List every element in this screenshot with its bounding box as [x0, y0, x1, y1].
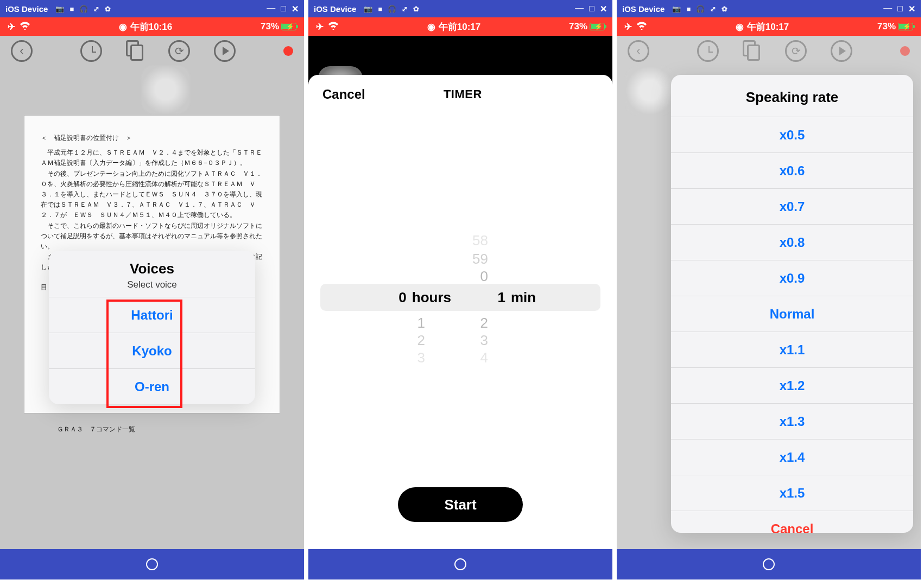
battery-icon: ⚡: [590, 23, 605, 30]
voices-subtitle: Select voice: [49, 279, 255, 290]
titlebar-tool-icons: 📷 ■ 🎧 ⤢ ✿: [55, 5, 111, 13]
device-1: iOS Device 📷 ■ 🎧 ⤢ ✿ — □ ✕ ✈ ◉ 午前10:16 7…: [0, 0, 304, 579]
record-button[interactable]: [900, 46, 910, 56]
pages-button[interactable]: [743, 40, 761, 62]
voices-action-sheet: Voices Select voice Hattori Kyoko O-ren: [49, 251, 255, 404]
window-titlebar: iOS Device 📷 ■ 🎧 ⤢ ✿ — □ ✕: [617, 0, 921, 17]
airplane-icon: ✈: [8, 21, 15, 33]
picker-selected-row: 0 hours 1 min: [320, 284, 600, 311]
expand-icon[interactable]: ⤢: [93, 5, 99, 13]
camera-icon[interactable]: 📷: [55, 5, 64, 13]
window-title: iOS Device: [314, 4, 356, 14]
close-button[interactable]: ✕: [292, 4, 299, 14]
voice-option-hattori[interactable]: Hattori: [49, 297, 255, 333]
status-time: 午前10:17: [439, 21, 480, 33]
ios-status-bar: ✈ ◉ 午前10:16 73% ⚡: [0, 17, 304, 36]
maximize-button[interactable]: □: [281, 4, 286, 14]
rate-option-x06[interactable]: x0.6: [671, 152, 913, 188]
close-button[interactable]: ✕: [908, 4, 915, 14]
gear-icon[interactable]: ✿: [413, 5, 419, 13]
rate-option-x07[interactable]: x0.7: [671, 188, 913, 224]
camera-icon[interactable]: 📷: [672, 5, 681, 13]
hours-value: 0: [385, 289, 407, 306]
battery-icon: ⚡: [898, 23, 913, 30]
rate-option-x11[interactable]: x1.1: [671, 332, 913, 367]
recording-indicator-icon: ◉: [736, 21, 744, 33]
rate-option-x12[interactable]: x1.2: [671, 367, 913, 403]
airplane-icon: ✈: [316, 21, 324, 33]
time-picker[interactable]: 58 59 0 0 hours 1 min 12 23 34: [308, 107, 612, 487]
camera-icon[interactable]: 📷: [364, 5, 372, 13]
home-button[interactable]: [146, 558, 158, 570]
window-title: iOS Device: [622, 4, 664, 14]
speaking-rate-sheet: Speaking rate x0.5 x0.6 x0.7 x0.8 x0.9 N…: [671, 75, 913, 533]
battery-icon: ⚡: [281, 23, 296, 30]
start-button[interactable]: Start: [398, 487, 523, 522]
headphones-icon[interactable]: 🎧: [388, 5, 396, 13]
app-toolbar: ‹ ⟳: [617, 36, 921, 66]
recording-indicator-icon: ◉: [427, 21, 435, 33]
voice-option-kyoko[interactable]: Kyoko: [49, 333, 255, 368]
voices-title: Voices: [49, 260, 255, 277]
wifi-icon: [328, 21, 339, 33]
history-button[interactable]: [697, 40, 719, 62]
voice-option-oren[interactable]: O-ren: [49, 368, 255, 404]
home-button[interactable]: [454, 558, 466, 570]
android-nav-bar: [617, 549, 921, 579]
close-button[interactable]: ✕: [600, 4, 607, 14]
maximize-button[interactable]: □: [897, 4, 903, 14]
rate-option-x08[interactable]: x0.8: [671, 224, 913, 260]
video-icon[interactable]: ■: [686, 5, 691, 13]
rate-option-x13[interactable]: x1.3: [671, 403, 913, 439]
rate-option-x14[interactable]: x1.4: [671, 439, 913, 475]
window-titlebar: iOS Device 📷 ■ 🎧 ⤢ ✿ — □ ✕: [0, 0, 304, 17]
expand-icon[interactable]: ⤢: [402, 5, 408, 13]
min-value: 1: [484, 289, 505, 306]
headphones-icon[interactable]: 🎧: [79, 5, 88, 13]
recording-indicator-icon: ◉: [119, 21, 127, 33]
android-nav-bar: [0, 549, 304, 579]
timer-title: TIMER: [327, 87, 598, 101]
rate-option-x15[interactable]: x1.5: [671, 475, 913, 511]
rate-option-x09[interactable]: x0.9: [671, 260, 913, 296]
min-label: min: [511, 289, 536, 306]
video-icon[interactable]: ■: [378, 5, 382, 13]
rate-option-normal[interactable]: Normal: [671, 296, 913, 332]
headphones-icon[interactable]: 🎧: [696, 5, 705, 13]
battery-percent: 73%: [569, 21, 587, 32]
hours-label: hours: [412, 289, 451, 306]
rate-cancel-button[interactable]: Cancel: [671, 511, 913, 533]
video-icon[interactable]: ■: [69, 5, 74, 13]
airplane-icon: ✈: [624, 21, 632, 33]
battery-percent: 73%: [261, 21, 279, 32]
gear-icon[interactable]: ✿: [722, 5, 727, 13]
back-button[interactable]: ‹: [628, 40, 649, 62]
wifi-icon: [20, 21, 30, 33]
wifi-icon: [636, 21, 647, 33]
maximize-button[interactable]: □: [589, 4, 594, 14]
rate-title: Speaking rate: [671, 75, 913, 117]
gear-icon[interactable]: ✿: [105, 5, 111, 13]
expand-icon[interactable]: ⤢: [710, 5, 716, 13]
window-titlebar: iOS Device 📷 ■ 🎧 ⤢ ✿ — □ ✕: [308, 0, 612, 17]
play-button[interactable]: [831, 40, 852, 62]
minimize-button[interactable]: —: [575, 4, 584, 14]
android-nav-bar: [308, 549, 612, 579]
rate-option-x05[interactable]: x0.5: [671, 117, 913, 152]
minimize-button[interactable]: —: [267, 4, 275, 14]
ios-status-bar: ✈ ◉ 午前10:17 73% ⚡: [617, 17, 921, 36]
ios-status-bar: ✈ ◉ 午前10:17 73% ⚡: [308, 17, 612, 36]
battery-percent: 73%: [877, 21, 896, 32]
device-3: iOS Device 📷 ■ 🎧 ⤢ ✿ — □ ✕ ✈ ◉ 午前10:17 7…: [617, 0, 921, 579]
home-button[interactable]: [763, 558, 775, 570]
refresh-button[interactable]: ⟳: [785, 40, 807, 62]
status-time: 午前10:16: [130, 21, 172, 33]
status-time: 午前10:17: [747, 21, 789, 33]
assistive-touch-icon[interactable]: [625, 66, 674, 115]
minimize-button[interactable]: —: [883, 4, 892, 14]
window-title: iOS Device: [5, 4, 48, 14]
device-2: iOS Device 📷 ■ 🎧 ⤢ ✿ — □ ✕ ✈ ◉ 午前10:17 7…: [308, 0, 612, 579]
timer-modal: Cancel TIMER 58 59 0 0 hours 1 min 12 23…: [308, 75, 612, 549]
